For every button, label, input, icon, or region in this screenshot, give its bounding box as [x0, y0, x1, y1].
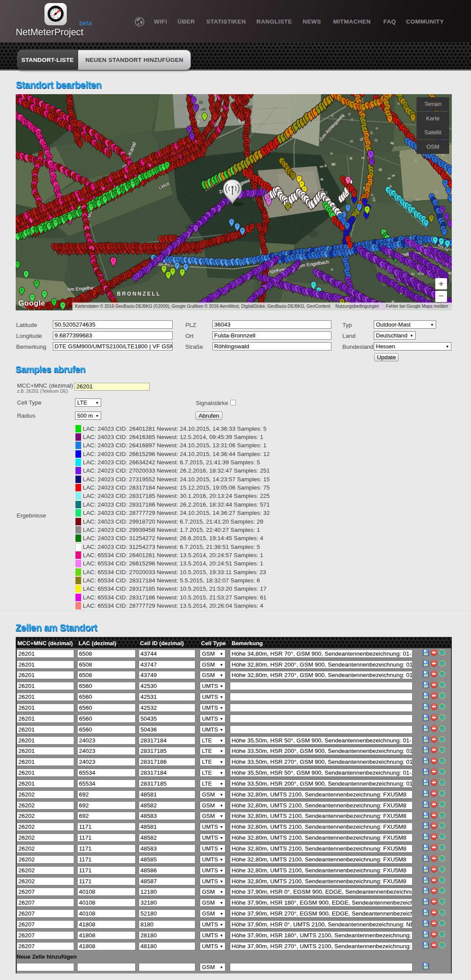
svg-text:BRONNZELL: BRONNZELL	[117, 291, 161, 297]
